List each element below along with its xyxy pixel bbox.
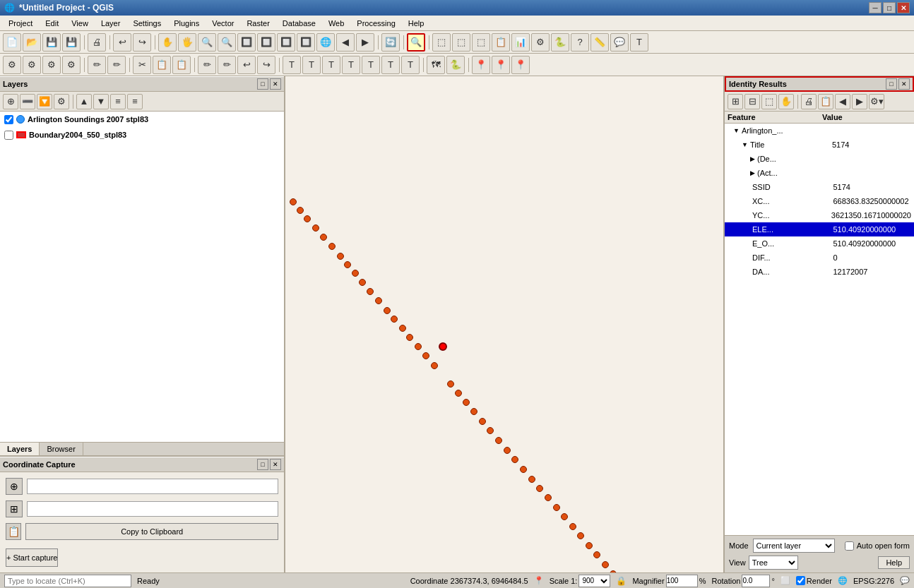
- layers-close-button[interactable]: ✕: [270, 78, 281, 90]
- menu-edit[interactable]: Edit: [40, 18, 64, 29]
- map-canvas[interactable]: [285, 76, 723, 572]
- zoom-out-button[interactable]: 🔍: [218, 33, 236, 52]
- identity-close-button[interactable]: ✕: [898, 78, 910, 90]
- identity-float-button[interactable]: □: [886, 78, 897, 90]
- edit-tool-2[interactable]: ✏: [218, 56, 236, 74]
- coord-float-button[interactable]: □: [257, 459, 268, 470]
- label-btn-3[interactable]: T: [322, 56, 340, 74]
- menu-settings[interactable]: Settings: [127, 18, 167, 29]
- collapse-tree-button[interactable]: ⊟: [744, 94, 760, 109]
- pan-button[interactable]: ✋: [158, 33, 177, 52]
- snap-1[interactable]: 📍: [472, 56, 490, 74]
- id-copy-button[interactable]: 📋: [818, 94, 833, 109]
- digitize-4[interactable]: ⚙: [62, 56, 81, 74]
- edit-undo[interactable]: ↩: [237, 56, 256, 74]
- id-row-xc[interactable]: XC... 668363.83250000002: [725, 194, 914, 208]
- digitize-1[interactable]: ⚙: [3, 56, 21, 74]
- zoom-rubber-band-button[interactable]: 🔲: [237, 33, 256, 52]
- coord-input-2[interactable]: [27, 501, 278, 517]
- title-bar-controls[interactable]: ─ □ ✕: [869, 2, 910, 13]
- remove-layer-button[interactable]: ➖: [20, 94, 35, 109]
- id-row-dif[interactable]: DIF... 0: [725, 251, 914, 265]
- render-checkbox[interactable]: [796, 576, 805, 585]
- view-select[interactable]: Tree Table Graph: [749, 556, 798, 570]
- id-row-ssid[interactable]: SSID 5174: [725, 180, 914, 194]
- python-btn[interactable]: 🐍: [446, 56, 465, 74]
- text-button[interactable]: T: [630, 33, 648, 52]
- copy-clipboard-button[interactable]: Copy to Clipboard: [25, 523, 278, 540]
- snap-2[interactable]: 📍: [492, 56, 510, 74]
- menu-raster[interactable]: Raster: [241, 18, 275, 29]
- save-as-button[interactable]: 💾: [62, 33, 81, 52]
- layer-item-arlington[interactable]: Arlington Soundings 2007 stpl83: [0, 112, 284, 127]
- label-btn-6[interactable]: T: [381, 56, 400, 74]
- id-row-title[interactable]: ▼ Title 5174: [725, 138, 914, 152]
- edit-node-2[interactable]: ✏: [107, 56, 126, 74]
- pan-map-button[interactable]: 🖐: [178, 33, 196, 52]
- zoom-layer-button[interactable]: 🔲: [297, 33, 315, 52]
- id-row-ele[interactable]: ELE... 510.40920000000: [725, 222, 914, 236]
- zoom-selection-button[interactable]: 🔲: [277, 33, 295, 52]
- edit-node-1[interactable]: ✏: [88, 56, 106, 74]
- help-button[interactable]: ?: [571, 33, 589, 52]
- cut-feature[interactable]: ✂: [133, 56, 151, 74]
- menu-help[interactable]: Help: [403, 18, 430, 29]
- measure-button[interactable]: 📏: [590, 33, 609, 52]
- menu-vector[interactable]: Vector: [206, 18, 239, 29]
- digitize-3[interactable]: ⚙: [42, 56, 61, 74]
- coord-input-1[interactable]: [27, 479, 278, 494]
- zoom-in-button[interactable]: 🔍: [198, 33, 216, 52]
- zoom-full-button[interactable]: 🌐: [316, 33, 335, 52]
- id-settings-button[interactable]: ⚙▾: [869, 94, 884, 109]
- id-row-act[interactable]: ▶ (Act...: [725, 166, 914, 180]
- new-project-button[interactable]: 📄: [3, 33, 21, 52]
- label-btn-1[interactable]: T: [283, 56, 301, 74]
- id-row-yc[interactable]: YC... 3621350.16710000020: [725, 208, 914, 222]
- zoom-features-button[interactable]: 🔲: [257, 33, 275, 52]
- stats-button[interactable]: 📊: [511, 33, 530, 52]
- layer-checkbox-boundary[interactable]: [4, 131, 13, 140]
- id-pan-button[interactable]: ✋: [778, 94, 794, 109]
- id-row-da[interactable]: DA... 12172007: [725, 265, 914, 279]
- help-button-identity[interactable]: Help: [878, 556, 910, 569]
- print-button[interactable]: 🖨: [88, 33, 106, 52]
- layer-checkbox-arlington[interactable]: [4, 115, 13, 124]
- save-project-button[interactable]: 💾: [42, 33, 61, 52]
- undo-button[interactable]: ↩: [113, 33, 131, 52]
- copy-feature[interactable]: 📋: [153, 56, 171, 74]
- zoom-last-button[interactable]: ◀: [336, 33, 355, 52]
- edit-redo[interactable]: ↪: [257, 56, 275, 74]
- map-tips-button[interactable]: 💬: [610, 33, 629, 52]
- id-row-de[interactable]: ▶ (De...: [725, 152, 914, 166]
- select-all-button[interactable]: ⬚: [472, 33, 490, 52]
- menu-database[interactable]: Database: [277, 18, 321, 29]
- menu-plugins[interactable]: Plugins: [168, 18, 205, 29]
- id-row-arlington[interactable]: ▼ Arlington_...: [725, 124, 914, 138]
- filter-layer-button[interactable]: 🔽: [37, 94, 52, 109]
- zoom-next-button[interactable]: ▶: [356, 33, 374, 52]
- expand-all-button[interactable]: ≡: [110, 94, 126, 109]
- rotation-input[interactable]: [742, 575, 770, 587]
- magnifier-input[interactable]: [666, 575, 698, 587]
- tab-browser[interactable]: Browser: [40, 443, 83, 455]
- calculator-button[interactable]: ⚙: [531, 33, 550, 52]
- locate-input[interactable]: [4, 575, 131, 587]
- collapse-all-button[interactable]: ≡: [127, 94, 143, 109]
- label-btn-4[interactable]: T: [342, 56, 360, 74]
- select-features-button[interactable]: ⬚: [432, 33, 451, 52]
- refresh-button[interactable]: 🔄: [381, 33, 400, 52]
- close-button[interactable]: ✕: [897, 2, 910, 13]
- open-project-button[interactable]: 📂: [23, 33, 41, 52]
- tab-layers[interactable]: Layers: [0, 443, 40, 455]
- digitize-2[interactable]: ⚙: [23, 56, 41, 74]
- label-btn-5[interactable]: T: [362, 56, 380, 74]
- paste-feature[interactable]: 📋: [172, 56, 191, 74]
- id-back-button[interactable]: ◀: [835, 94, 850, 109]
- start-capture-button[interactable]: + Start capture: [6, 548, 58, 567]
- coord-close-button[interactable]: ✕: [270, 459, 281, 470]
- maximize-button[interactable]: □: [883, 2, 896, 13]
- scale-select[interactable]: 900 1000 2000: [578, 575, 610, 587]
- edit-tool-1[interactable]: ✏: [198, 56, 216, 74]
- menu-project[interactable]: Project: [3, 18, 38, 29]
- id-select-button[interactable]: ⬚: [761, 94, 777, 109]
